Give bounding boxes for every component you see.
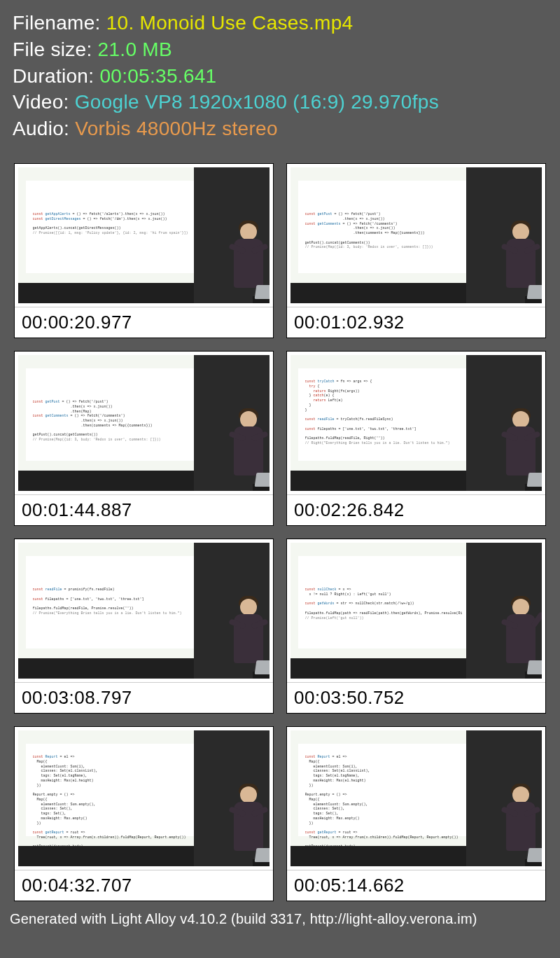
thumbnail-timestamp: 00:04:32.707 (15, 870, 273, 901)
thumbnail-timestamp: 00:01:02.932 (287, 307, 545, 338)
filename-label: Filename: (13, 12, 106, 34)
presenter-figure (503, 785, 539, 866)
video-label: Video: (13, 91, 75, 113)
thumbnail-image: const readFile = promisify(fs.readFile) … (15, 539, 273, 682)
thumbnail-card[interactable]: const getPost = () => fetch('/post') .th… (14, 351, 274, 526)
thumbnail-timestamp: 00:01:44.887 (15, 494, 273, 525)
thumbnail-timestamp: 00:00:20.977 (15, 307, 273, 338)
thumbnail-timestamp: 00:03:50.752 (287, 682, 545, 713)
presenter-figure (503, 410, 539, 491)
thumbnail-card[interactable]: const Report = el => Map({ elementCount:… (286, 726, 546, 901)
presenter-figure (230, 410, 267, 491)
thumbnail-timestamp: 00:05:14.662 (287, 870, 545, 901)
info-row-video: Video: Google VP8 1920x1080 (16:9) 29.97… (13, 89, 547, 116)
duration-value: 00:05:35.641 (99, 65, 216, 87)
video-value: Google VP8 1920x1080 (16:9) 29.970fps (75, 91, 439, 113)
footer-text: Generated with Light Alloy v4.10.2 (buil… (0, 908, 560, 927)
thumbnail-card[interactable]: const Report = el => Map({ elementCount:… (14, 726, 274, 901)
info-row-duration: Duration: 00:05:35.641 (13, 63, 547, 90)
thumbnail-card[interactable]: const getAppAlerts = () => fetch('/alert… (14, 163, 274, 338)
info-row-filesize: File size: 21.0 MB (13, 36, 547, 63)
filesize-label: File size: (13, 39, 98, 60)
thumbnail-timestamp: 00:03:08.797 (15, 682, 273, 713)
thumbnail-image: const getAppAlerts = () => fetch('/alert… (15, 164, 273, 307)
filesize-value: 21.0 MB (98, 39, 172, 60)
presenter-figure (503, 597, 539, 679)
file-info-block: Filename: 10. Monoid Use Cases.mp4 File … (0, 0, 560, 148)
presenter-figure (230, 597, 267, 679)
thumbnail-image: const getPost = () => fetch('/post') .th… (287, 164, 545, 307)
thumbnail-image: const nullCheck = x => x != null ? Right… (287, 539, 545, 682)
audio-value: Vorbis 48000Hz stereo (75, 118, 278, 139)
thumbnail-card[interactable]: const getPost = () => fetch('/post') .th… (286, 163, 546, 338)
presenter-figure (230, 785, 267, 866)
info-row-filename: Filename: 10. Monoid Use Cases.mp4 (13, 10, 547, 36)
thumbnail-timestamp: 00:02:26.842 (287, 494, 545, 525)
audio-label: Audio: (13, 118, 75, 139)
thumbnail-card[interactable]: const tryCatch = fn => args => { try { r… (286, 351, 546, 526)
presenter-figure (230, 222, 267, 303)
duration-label: Duration: (13, 65, 99, 87)
thumbnail-image: const getPost = () => fetch('/post') .th… (15, 352, 273, 494)
thumbnail-card[interactable]: const readFile = promisify(fs.readFile) … (14, 539, 274, 714)
thumbnail-grid: const getAppAlerts = () => fetch('/alert… (0, 148, 560, 908)
thumbnail-card[interactable]: const nullCheck = x => x != null ? Right… (286, 539, 546, 714)
presenter-figure (503, 222, 539, 303)
thumbnail-image: const tryCatch = fn => args => { try { r… (287, 352, 545, 494)
filename-value: 10. Monoid Use Cases.mp4 (106, 12, 354, 34)
info-row-audio: Audio: Vorbis 48000Hz stereo (13, 116, 547, 142)
thumbnail-image: const Report = el => Map({ elementCount:… (287, 727, 545, 870)
thumbnail-image: const Report = el => Map({ elementCount:… (15, 727, 273, 870)
